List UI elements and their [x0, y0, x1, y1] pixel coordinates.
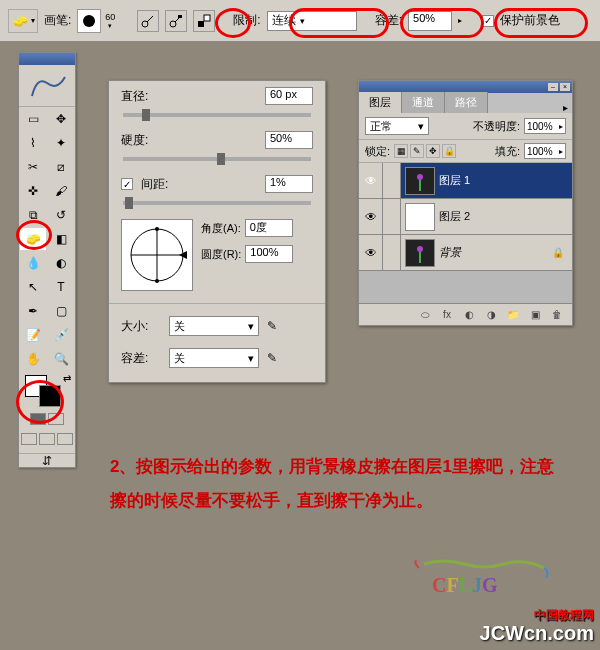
visibility-toggle[interactable]: 👁 — [359, 163, 383, 198]
tab-layers[interactable]: 图层 — [359, 92, 402, 113]
svg-point-10 — [155, 227, 159, 231]
adjustment-layer-icon[interactable]: ◑ — [482, 307, 500, 323]
diameter-input[interactable]: 60 px — [265, 87, 313, 105]
limit-label: 限制: — [233, 12, 260, 29]
marquee-tool[interactable]: ▭ — [19, 107, 47, 131]
path-tool[interactable]: ↖ — [19, 275, 47, 299]
tolerance-dropdown[interactable]: 关 — [169, 348, 259, 368]
panel-menu-icon[interactable]: ▸ — [559, 102, 572, 113]
hardness-slider[interactable] — [123, 157, 311, 161]
chevron-down-icon: ▾ — [31, 16, 35, 25]
layer-name: 图层 2 — [439, 209, 470, 224]
history-brush-tool[interactable]: ↺ — [47, 203, 75, 227]
layer-thumbnail[interactable] — [405, 167, 435, 195]
svg-point-11 — [155, 279, 159, 283]
standard-mode[interactable] — [30, 413, 46, 425]
opacity-input[interactable]: 100% — [524, 118, 566, 134]
layer-row[interactable]: 👁 图层 2 — [359, 199, 572, 235]
layer-thumbnail[interactable] — [405, 239, 435, 267]
brush-preset-picker[interactable]: 60▾ — [77, 9, 115, 33]
visibility-toggle[interactable]: 👁 — [359, 235, 383, 270]
screen-mode-2[interactable] — [39, 433, 55, 445]
spacing-slider[interactable] — [123, 201, 311, 205]
limit-value: 连续 — [272, 12, 296, 29]
diameter-slider[interactable] — [123, 113, 311, 117]
tolerance-input[interactable]: 50% — [408, 11, 452, 31]
tab-channels[interactable]: 通道 — [402, 92, 445, 113]
angle-input[interactable]: 0度 — [245, 219, 293, 237]
pen-tool[interactable]: ✒ — [19, 299, 47, 323]
lasso-tool[interactable]: ⌇ — [19, 131, 47, 155]
blend-mode-dropdown[interactable]: 正常 — [365, 117, 429, 135]
lock-pixels-icon[interactable]: ✎ — [410, 144, 424, 158]
bg-eraser-tool[interactable]: 🧽 — [19, 227, 47, 251]
svg-point-15 — [417, 246, 423, 252]
visibility-toggle[interactable]: 👁 — [359, 199, 383, 234]
link-cell[interactable] — [383, 199, 401, 234]
group-icon[interactable]: 📁 — [504, 307, 522, 323]
screen-mode-1[interactable] — [21, 433, 37, 445]
layer-row[interactable]: 👁 图层 1 — [359, 163, 572, 199]
protect-fg-checkbox[interactable] — [482, 15, 494, 27]
tool-preset[interactable]: 🧽 ▾ — [8, 9, 38, 33]
fill-label: 填充: — [495, 144, 520, 159]
notes-tool[interactable]: 📝 — [19, 323, 47, 347]
dodge-tool[interactable]: ◐ — [47, 251, 75, 275]
layer-row[interactable]: 👁 背景 🔒 — [359, 235, 572, 271]
link-cell[interactable] — [383, 163, 401, 198]
layer-style-icon[interactable]: fx — [438, 307, 456, 323]
layer-name: 图层 1 — [439, 173, 470, 188]
instruction-text: 2、按图示给出的参数，用背景橡皮擦在图层1里擦吧，注意擦的时候尽量不要松手，直到… — [110, 450, 570, 518]
quickmask-mode[interactable] — [48, 413, 64, 425]
wand-tool[interactable]: ✦ — [47, 131, 75, 155]
shape-tool[interactable]: ▢ — [47, 299, 75, 323]
fill-input[interactable]: 100% — [524, 143, 566, 159]
hand-tool[interactable]: ✋ — [19, 347, 47, 371]
slice-tool[interactable]: ⧄ — [47, 155, 75, 179]
layer-mask-icon[interactable]: ◐ — [460, 307, 478, 323]
svg-point-13 — [417, 174, 423, 180]
swap-colors-icon[interactable]: ⇄ — [63, 373, 71, 384]
brush-tool[interactable]: 🖌 — [47, 179, 75, 203]
angle-label: 角度(A): — [201, 221, 241, 236]
background-color[interactable] — [39, 385, 61, 407]
minimize-icon[interactable]: – — [548, 83, 558, 91]
toolbox-titlebar[interactable] — [19, 53, 75, 65]
spacing-input[interactable]: 1% — [265, 175, 313, 193]
new-layer-icon[interactable]: ▣ — [526, 307, 544, 323]
size-dropdown[interactable]: 关 — [169, 316, 259, 336]
lock-all-icon[interactable]: 🔒 — [442, 144, 456, 158]
close-icon[interactable]: × — [560, 83, 570, 91]
gradient-tool[interactable]: ◧ — [47, 227, 75, 251]
crop-tool[interactable]: ✂ — [19, 155, 47, 179]
spacing-checkbox[interactable] — [121, 178, 133, 190]
lock-transparent-icon[interactable]: ▦ — [394, 144, 408, 158]
tab-paths[interactable]: 路径 — [445, 92, 488, 113]
type-tool[interactable]: T — [47, 275, 75, 299]
lock-position-icon[interactable]: ✥ — [426, 144, 440, 158]
sampling-btn-3[interactable] — [193, 10, 215, 32]
screen-modes — [19, 429, 75, 453]
hardness-input[interactable]: 50% — [265, 131, 313, 149]
brush-angle-widget[interactable] — [121, 219, 193, 291]
link-cell[interactable] — [383, 235, 401, 270]
eyedropper-tool[interactable]: 💉 — [47, 323, 75, 347]
round-input[interactable]: 100% — [245, 245, 293, 263]
stamp-tool[interactable]: ⧉ — [19, 203, 47, 227]
move-tool[interactable]: ✥ — [47, 107, 75, 131]
zoom-tool[interactable]: 🔍 — [47, 347, 75, 371]
delete-layer-icon[interactable]: 🗑 — [548, 307, 566, 323]
tool-grid: ▭ ✥ ⌇ ✦ ✂ ⧄ ✜ 🖌 ⧉ ↺ 🧽 ◧ 💧 ◐ ↖ T ✒ ▢ 📝 💉 … — [19, 107, 75, 371]
link-layers-icon[interactable]: ⬭ — [416, 307, 434, 323]
jump-to-imageready[interactable]: ⇵ — [19, 453, 75, 467]
sampling-btn-2[interactable] — [165, 10, 187, 32]
watermark: 中国教程网 JCWcn.com — [480, 609, 594, 644]
limit-dropdown[interactable]: 连续 — [267, 11, 357, 31]
size-dd-label: 大小: — [121, 318, 161, 335]
layer-thumbnail[interactable] — [405, 203, 435, 231]
brush-size-num: 60 — [105, 12, 115, 22]
screen-mode-3[interactable] — [57, 433, 73, 445]
heal-tool[interactable]: ✜ — [19, 179, 47, 203]
blur-tool[interactable]: 💧 — [19, 251, 47, 275]
sampling-btn-1[interactable] — [137, 10, 159, 32]
